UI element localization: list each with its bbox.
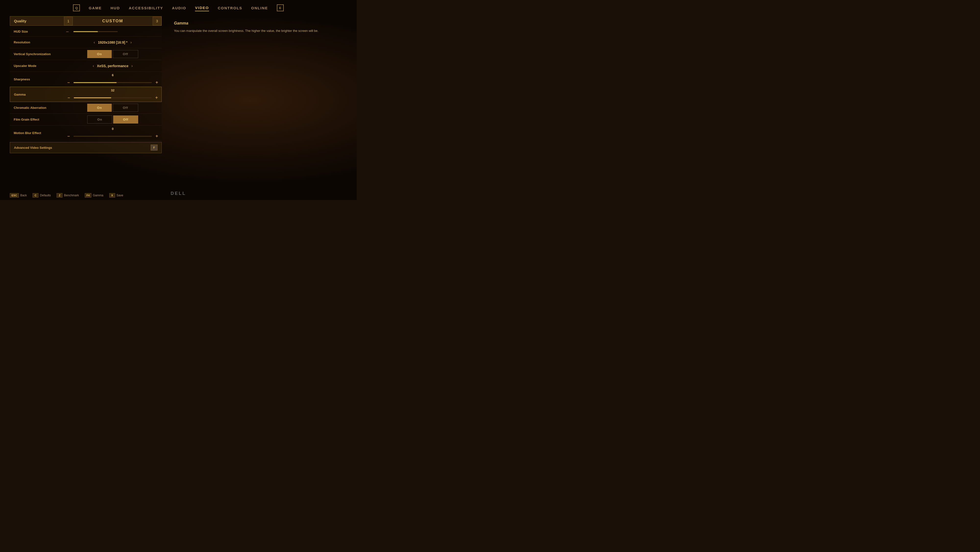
motion-blur-minus[interactable]: – xyxy=(66,134,71,139)
advanced-f-key: F xyxy=(151,145,158,150)
quality-next-button[interactable]: 3 xyxy=(153,17,161,26)
setting-row-chromatic: Chromatic Aberration On Off xyxy=(10,102,162,114)
c-key: C xyxy=(33,193,38,198)
chromatic-off-button[interactable]: Off xyxy=(113,104,138,112)
chromatic-on-button[interactable]: On xyxy=(87,104,112,112)
chromatic-control: On Off xyxy=(64,102,162,113)
quality-value: CUSTOM xyxy=(73,19,153,24)
motion-blur-label: Motion Blur Effect xyxy=(10,129,64,137)
motion-blur-value: 0 xyxy=(112,127,113,131)
setting-row-upscaler: Upscaler Mode ‹ XeSS, performance › xyxy=(10,60,162,72)
sharpness-fill xyxy=(73,82,117,83)
resolution-control: ‹ 1920x1080 [16:9] * › xyxy=(64,39,162,46)
defaults-label: Defaults xyxy=(40,194,51,197)
setting-row-hud-size: HUD Size – xyxy=(10,27,162,37)
chromatic-toggle: On Off xyxy=(87,104,138,112)
gamma-plus[interactable]: + xyxy=(154,95,159,100)
sharpness-slider: 6 – + xyxy=(66,73,159,85)
hud-size-control: – xyxy=(64,27,162,35)
hud-size-track xyxy=(73,31,118,32)
back-label: Back xyxy=(20,194,27,197)
bottom-bar: ESC Back C Defaults Z Benchmark F4 Gamma… xyxy=(0,191,357,200)
motion-blur-slider: 0 – + xyxy=(66,127,159,139)
top-navigation: Q GAME HUD ACCESSIBILITY AUDIO VIDEO CON… xyxy=(0,0,357,14)
quality-label: Quality xyxy=(10,16,64,26)
gamma-fill xyxy=(74,97,111,98)
vsync-control: On Off xyxy=(64,48,162,59)
screen: Q GAME HUD ACCESSIBILITY AUDIO VIDEO CON… xyxy=(0,0,357,200)
film-grain-control: On Off xyxy=(64,114,162,125)
motion-blur-slider-row: – + xyxy=(66,134,159,139)
upscaler-prev[interactable]: ‹ xyxy=(92,64,94,68)
gamma-value: 32 xyxy=(111,88,115,92)
nav-right-icon[interactable]: E xyxy=(277,5,284,11)
setting-row-resolution: Resolution ‹ 1920x1080 [16:9] * › xyxy=(10,37,162,48)
sharpness-track xyxy=(73,82,152,83)
quality-header: Quality 1 CUSTOM 3 xyxy=(10,16,162,26)
hud-size-fill xyxy=(73,31,98,32)
nav-item-video[interactable]: VIDEO xyxy=(195,5,209,11)
main-content: Quality 1 CUSTOM 3 HUD Size – Resolution xyxy=(0,14,357,191)
gamma-shortcut-label: Gamma xyxy=(93,194,103,197)
motion-blur-control: 0 – + xyxy=(64,126,162,140)
defaults-button[interactable]: C Defaults xyxy=(33,193,51,198)
resolution-next[interactable]: › xyxy=(130,40,132,45)
setting-row-gamma: Gamma 32 – + xyxy=(10,87,162,102)
info-title: Gamma xyxy=(174,21,342,26)
film-grain-toggle: On Off xyxy=(87,115,138,124)
chromatic-label: Chromatic Aberration xyxy=(10,104,64,112)
nav-item-audio[interactable]: AUDIO xyxy=(172,5,186,11)
f4-key: F4 xyxy=(85,193,91,198)
gamma-slider: 32 – + xyxy=(67,88,159,100)
upscaler-control: ‹ XeSS, performance › xyxy=(64,62,162,70)
info-panel: Gamma You can manipulate the overall scr… xyxy=(169,16,347,188)
upscaler-label: Upscaler Mode xyxy=(10,62,64,70)
nav-item-online[interactable]: ONLINE xyxy=(251,5,268,11)
save-button[interactable]: X Save xyxy=(109,193,123,198)
sharpness-label: Sharpness xyxy=(10,75,64,83)
resolution-value: 1920x1080 [16:9] * xyxy=(98,40,128,45)
vsync-off-button[interactable]: Off xyxy=(113,50,138,58)
film-grain-off-button[interactable]: Off xyxy=(113,115,138,124)
benchmark-button[interactable]: Z Benchmark xyxy=(57,193,79,198)
benchmark-label: Benchmark xyxy=(64,194,79,197)
nav-item-game[interactable]: GAME xyxy=(89,5,102,11)
resolution-selector: ‹ 1920x1080 [16:9] * › xyxy=(66,40,159,45)
vsync-label: Vertical Synchronization xyxy=(10,50,64,58)
nav-item-hud[interactable]: HUD xyxy=(110,5,120,11)
gamma-minus[interactable]: – xyxy=(67,95,71,100)
sharpness-slider-row: – + xyxy=(66,80,159,85)
motion-blur-track xyxy=(73,136,152,137)
gamma-slider-row: – + xyxy=(67,95,159,100)
settings-panel: Quality 1 CUSTOM 3 HUD Size – Resolution xyxy=(10,16,162,188)
gamma-button[interactable]: F4 Gamma xyxy=(85,193,103,198)
resolution-label: Resolution xyxy=(10,38,64,46)
sharpness-control: 6 – + xyxy=(64,72,162,86)
film-grain-on-button[interactable]: On xyxy=(87,115,112,124)
sharpness-plus[interactable]: + xyxy=(154,80,159,85)
advanced-video-settings-row[interactable]: Advanced Video Settings F xyxy=(10,142,162,153)
info-description: You can manipulate the overall screen br… xyxy=(174,29,342,34)
motion-blur-plus[interactable]: + xyxy=(154,134,159,139)
sharpness-minus[interactable]: – xyxy=(66,80,71,85)
quality-prev-button[interactable]: 1 xyxy=(64,17,73,26)
hud-size-minus[interactable]: – xyxy=(66,29,68,34)
advanced-label: Advanced Video Settings xyxy=(14,146,151,150)
nav-item-controls[interactable]: CONTROLS xyxy=(218,5,242,11)
setting-row-motion-blur: Motion Blur Effect 0 – + xyxy=(10,126,162,140)
resolution-prev[interactable]: ‹ xyxy=(94,40,95,45)
upscaler-selector: ‹ XeSS, performance › xyxy=(66,64,159,68)
z-key: Z xyxy=(57,193,62,198)
save-label: Save xyxy=(117,194,123,197)
vsync-on-button[interactable]: On xyxy=(87,50,112,58)
gamma-control: 32 – + xyxy=(64,87,161,102)
x-key: X xyxy=(109,193,115,198)
esc-key: ESC xyxy=(10,193,19,198)
nav-left-icon[interactable]: Q xyxy=(73,5,80,11)
setting-row-sharpness: Sharpness 6 – + xyxy=(10,72,162,87)
back-button[interactable]: ESC Back xyxy=(10,193,27,198)
upscaler-next[interactable]: › xyxy=(131,64,132,68)
nav-item-accessibility[interactable]: ACCESSIBILITY xyxy=(129,5,163,11)
film-grain-label: Film Grain Effect xyxy=(10,116,64,123)
setting-row-film-grain: Film Grain Effect On Off xyxy=(10,114,162,126)
